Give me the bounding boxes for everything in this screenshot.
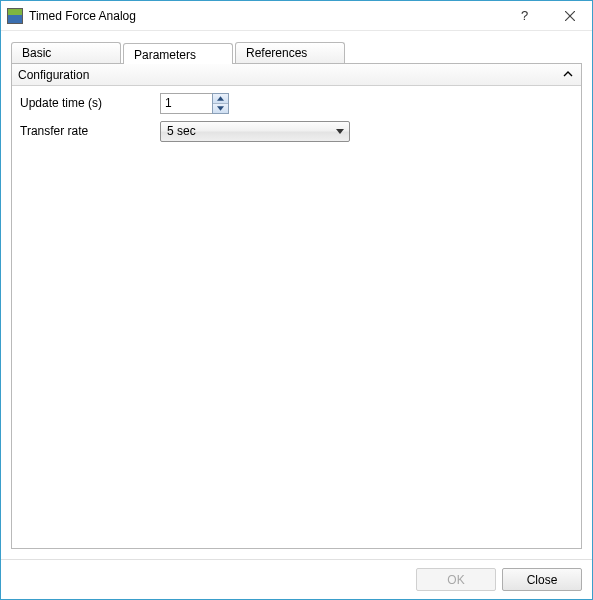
close-button-label: Close [527,573,558,587]
update-time-input[interactable] [160,93,212,114]
section-title: Configuration [18,68,561,82]
help-button[interactable]: ? [502,1,547,30]
dialog-footer: OK Close [1,559,592,599]
tab-references[interactable]: References [235,42,345,63]
transfer-rate-dropdown[interactable]: 5 sec [160,121,350,142]
close-button[interactable]: Close [502,568,582,591]
tab-parameters[interactable]: Parameters [123,43,233,64]
app-icon [7,8,23,24]
tab-parameters-label: Parameters [134,48,196,62]
tab-basic[interactable]: Basic [11,42,121,63]
tab-panel: Configuration Update time (s) [11,63,582,549]
tab-basic-label: Basic [22,46,51,60]
help-icon: ? [521,8,528,23]
tab-strip: Basic Parameters References [11,41,582,63]
chevron-down-icon [336,124,344,138]
tab-references-label: References [246,46,307,60]
section-header-configuration[interactable]: Configuration [12,64,581,86]
row-transfer-rate: Transfer rate 5 sec [20,120,573,142]
triangle-up-icon [217,96,224,101]
dialog-window: Timed Force Analog ? Basic Parameters Re… [0,0,593,600]
chevron-up-icon [561,68,575,82]
spinner-up-button[interactable] [213,94,228,104]
section-body: Update time (s) [12,86,581,154]
spinner-buttons [212,93,229,114]
ok-button: OK [416,568,496,591]
client-area: Basic Parameters References Configuratio… [1,31,592,559]
window-title: Timed Force Analog [29,9,502,23]
titlebar-buttons: ? [502,1,592,30]
label-transfer-rate: Transfer rate [20,124,160,138]
update-time-spinner [160,93,229,114]
label-update-time: Update time (s) [20,96,160,110]
triangle-down-icon [217,106,224,111]
close-icon [565,11,575,21]
titlebar: Timed Force Analog ? [1,1,592,31]
window-close-button[interactable] [547,1,592,30]
ok-button-label: OK [447,573,464,587]
row-update-time: Update time (s) [20,92,573,114]
spinner-down-button[interactable] [213,104,228,113]
transfer-rate-value: 5 sec [167,124,196,138]
